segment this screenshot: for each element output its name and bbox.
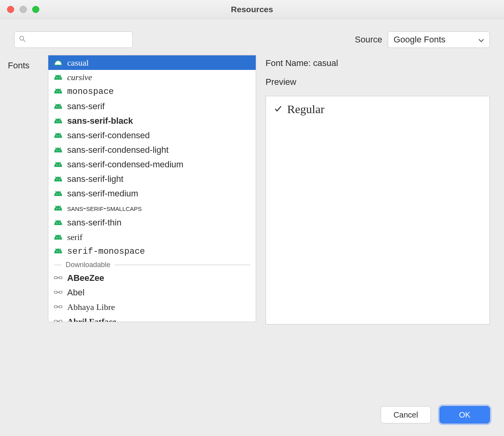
- link-icon: [54, 302, 62, 312]
- android-icon: [54, 58, 62, 68]
- zoom-window-button[interactable]: [32, 6, 39, 13]
- android-icon: [54, 116, 62, 126]
- svg-point-26: [57, 237, 57, 238]
- close-window-button[interactable]: [7, 6, 14, 13]
- svg-point-7: [59, 91, 60, 92]
- android-icon: [54, 189, 62, 199]
- font-item-label: sans-serif: [67, 101, 104, 112]
- font-item-serif-monospace[interactable]: serif-monospace: [48, 244, 256, 259]
- svg-point-4: [57, 77, 57, 78]
- svg-point-27: [59, 237, 60, 238]
- font-item-label: Abel: [67, 288, 84, 298]
- font-item-abhaya-libre[interactable]: Abhaya Libre: [48, 300, 256, 314]
- font-item-sans-serif[interactable]: sans-serif: [48, 99, 256, 114]
- svg-point-18: [57, 179, 57, 180]
- source-label: Source: [355, 35, 382, 45]
- font-item-label: Abril Fatface: [67, 317, 116, 322]
- font-item-sans-serif-black[interactable]: sans-serif-black: [48, 114, 256, 128]
- font-item-sans-serif-light[interactable]: sans-serif-light: [48, 172, 256, 186]
- titlebar: Resources: [0, 0, 504, 19]
- ok-button-label: OK: [459, 410, 471, 420]
- dialog-footer: Cancel OK: [381, 406, 490, 423]
- svg-point-11: [59, 121, 60, 121]
- font-name-label: Font Name:: [266, 58, 311, 68]
- svg-point-23: [59, 208, 60, 209]
- font-item-sans-serif-condensed-medium[interactable]: sans-serif-condensed-medium: [48, 157, 256, 172]
- svg-point-10: [57, 121, 57, 121]
- search-field[interactable]: [14, 31, 133, 48]
- svg-point-13: [59, 135, 60, 136]
- svg-point-0: [20, 36, 24, 40]
- link-icon: [54, 273, 62, 283]
- svg-point-28: [57, 251, 57, 252]
- android-icon: [54, 232, 62, 242]
- font-item-label: cursive: [67, 72, 92, 82]
- android-icon: [54, 101, 62, 112]
- font-item-abel[interactable]: Abel: [48, 285, 256, 300]
- font-item-label: monospace: [67, 87, 114, 97]
- font-item-label: sans-serif-thin: [67, 218, 121, 228]
- cancel-button[interactable]: Cancel: [381, 406, 431, 423]
- android-icon: [54, 87, 62, 97]
- details-pane: Font Name: casual Preview Regular: [266, 55, 490, 324]
- font-item-label: sans-serif-condensed-light: [67, 145, 169, 155]
- svg-point-5: [59, 77, 60, 78]
- svg-point-15: [59, 150, 60, 150]
- cancel-button-label: Cancel: [394, 410, 418, 420]
- fonts-section-label: Fonts: [8, 55, 38, 71]
- svg-point-24: [57, 222, 57, 223]
- svg-point-25: [59, 222, 60, 223]
- font-item-label: serif: [67, 232, 82, 242]
- preview-item[interactable]: Regular: [274, 103, 482, 116]
- link-icon: [54, 288, 62, 298]
- font-item-label: sans-serif-light: [67, 174, 123, 184]
- svg-point-17: [59, 164, 60, 165]
- font-item-serif[interactable]: serif: [48, 230, 256, 244]
- font-item-sans-serif-thin[interactable]: sans-serif-thin: [48, 215, 256, 230]
- font-item-label: sans-serif-medium: [67, 189, 138, 199]
- font-item-label: casual: [67, 58, 89, 68]
- resources-dialog: Resources Source Google Fonts Fonts casu…: [0, 0, 504, 436]
- svg-point-9: [59, 106, 60, 107]
- svg-point-21: [59, 193, 60, 194]
- separator-label: Downloadable: [66, 261, 110, 269]
- font-item-label: ABeeZee: [67, 273, 104, 283]
- font-item-sans-serif-smallcaps[interactable]: sans-serif-smallcaps: [48, 201, 256, 215]
- preview-item-label: Regular: [287, 103, 324, 116]
- font-item-sans-serif-condensed-light[interactable]: sans-serif-condensed-light: [48, 143, 256, 157]
- svg-point-3: [59, 62, 60, 63]
- font-list-scroll[interactable]: casualcursivemonospacesans-serifsans-ser…: [48, 55, 256, 322]
- android-icon: [54, 130, 62, 141]
- window-title: Resources: [0, 5, 504, 14]
- body: Fonts casualcursivemonospacesans-serifsa…: [0, 55, 504, 324]
- android-icon: [54, 203, 62, 213]
- svg-point-19: [59, 179, 60, 180]
- font-item-label: sans-serif-condensed-medium: [67, 159, 183, 170]
- font-item-cursive[interactable]: cursive: [48, 70, 256, 84]
- svg-point-6: [57, 91, 57, 92]
- font-item-casual[interactable]: casual: [48, 55, 256, 70]
- font-item-sans-serif-condensed[interactable]: sans-serif-condensed: [48, 128, 256, 143]
- font-item-monospace[interactable]: monospace: [48, 84, 256, 99]
- font-item-abril-fatface[interactable]: Abril Fatface: [48, 314, 256, 322]
- svg-point-16: [57, 164, 57, 165]
- svg-point-20: [57, 193, 57, 194]
- font-item-label: serif-monospace: [67, 247, 145, 256]
- source-select[interactable]: Google Fonts: [388, 31, 490, 48]
- search-icon: [15, 35, 26, 44]
- android-icon: [54, 218, 62, 228]
- android-icon: [54, 247, 62, 256]
- ok-button[interactable]: OK: [440, 406, 490, 423]
- minimize-window-button[interactable]: [20, 6, 27, 13]
- svg-point-8: [57, 106, 57, 107]
- font-name-row: Font Name: casual: [266, 58, 490, 68]
- font-item-abeezee[interactable]: ABeeZee: [48, 271, 256, 285]
- font-item-sans-serif-medium[interactable]: sans-serif-medium: [48, 186, 256, 201]
- preview-box: Regular: [266, 96, 490, 324]
- svg-point-12: [57, 135, 57, 136]
- search-input[interactable]: [26, 36, 132, 44]
- source-select-value: Google Fonts: [394, 35, 445, 45]
- font-item-label: Abhaya Libre: [67, 302, 115, 312]
- font-item-label: sans-serif-smallcaps: [67, 203, 142, 213]
- font-item-label: sans-serif-black: [67, 116, 133, 126]
